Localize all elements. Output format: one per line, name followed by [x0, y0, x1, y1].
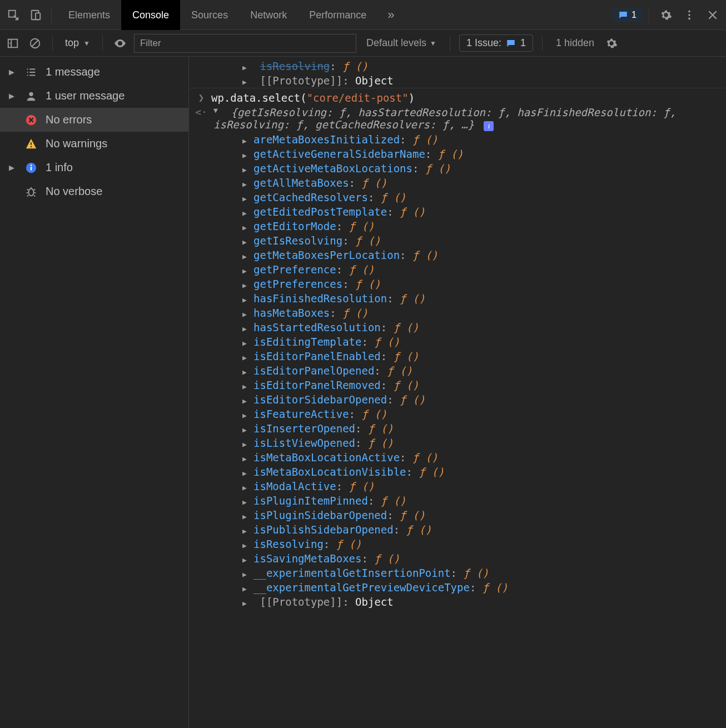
object-property[interactable]: isResolving: ƒ () [189, 537, 726, 551]
object-property[interactable]: isPluginSidebarOpened: ƒ () [189, 508, 726, 522]
expand-icon[interactable] [242, 252, 249, 261]
object-property[interactable]: getAllMetaBoxes: ƒ () [189, 176, 726, 190]
object-property[interactable]: isInserterOpened: ƒ () [189, 421, 726, 436]
object-property[interactable]: getIsResolving: ƒ () [189, 233, 726, 248]
gear-icon[interactable] [603, 35, 620, 52]
expand-icon[interactable] [242, 238, 249, 246]
object-property[interactable]: isEditorPanelOpened: ƒ () [189, 363, 726, 378]
object-property[interactable]: getActiveMetaBoxLocations: ƒ () [189, 161, 726, 176]
object-property[interactable]: hasFinishedResolution: ƒ () [189, 291, 726, 306]
expand-icon[interactable] [242, 397, 249, 405]
expand-icon[interactable] [242, 180, 249, 188]
console-command[interactable]: ❯ wp.data.select("core/edit-post") [189, 88, 726, 105]
expand-icon[interactable] [242, 541, 249, 550]
clear-console-icon[interactable] [27, 35, 43, 52]
object-property[interactable]: getPreferences: ƒ () [189, 277, 726, 291]
sidebar-item-info[interactable]: ▶1 info [0, 156, 188, 179]
device-toolbar-icon[interactable] [26, 5, 46, 25]
tab-sources[interactable]: Sources [180, 0, 239, 30]
object-property[interactable]: areMetaBoxesInitialized: ƒ () [189, 132, 726, 147]
expand-icon[interactable]: ▶ [9, 92, 17, 100]
object-property[interactable]: isPublishSidebarOpened: ƒ () [189, 522, 726, 537]
expand-icon[interactable] [242, 570, 249, 579]
expand-icon[interactable] [242, 426, 249, 434]
expand-icon[interactable]: ▶ [9, 163, 17, 172]
object-property[interactable]: getCachedResolvers: ƒ () [189, 190, 726, 205]
expand-icon[interactable] [242, 483, 249, 492]
expand-icon[interactable] [242, 78, 249, 86]
object-property[interactable]: getEditorMode: ƒ () [189, 219, 726, 233]
eye-icon[interactable] [112, 35, 128, 52]
sidebar-toggle-icon[interactable] [4, 35, 21, 52]
log-levels-selector[interactable]: Default levels ▼ [362, 37, 441, 49]
object-property[interactable]: isMetaBoxLocationVisible: ƒ () [189, 465, 726, 479]
expand-icon[interactable] [242, 599, 249, 607]
object-property[interactable]: isPluginItemPinned: ƒ () [189, 493, 726, 508]
info-badge-icon[interactable]: i [484, 121, 494, 131]
sidebar-item-list[interactable]: ▶1 message [0, 60, 188, 84]
tab-performance[interactable]: Performance [298, 0, 377, 30]
object-property[interactable]: getMetaBoxesPerLocation: ƒ () [189, 248, 726, 262]
expand-icon[interactable] [242, 382, 249, 391]
expand-icon[interactable] [242, 325, 249, 333]
close-icon[interactable] [703, 5, 723, 25]
expand-icon[interactable] [242, 527, 249, 535]
expand-icon[interactable] [242, 469, 249, 477]
expand-icon[interactable] [242, 512, 249, 521]
context-selector[interactable]: top ▼ [62, 36, 93, 50]
expand-icon[interactable] [242, 368, 249, 376]
object-property[interactable]: getEditedPostTemplate: ƒ () [189, 205, 726, 219]
expand-icon[interactable] [242, 498, 249, 506]
object-property[interactable]: getPreference: ƒ () [189, 262, 726, 277]
object-property[interactable]: isListViewOpened: ƒ () [189, 436, 726, 450]
inspect-icon[interactable] [3, 5, 23, 25]
collapse-icon[interactable] [213, 106, 220, 114]
sidebar-item-user[interactable]: ▶1 user message [0, 84, 188, 108]
console-result[interactable]: <· {getIsResolving: ƒ, hasStartedResolut… [189, 105, 726, 132]
object-property[interactable]: isMetaBoxLocationActive: ƒ () [189, 450, 726, 465]
expand-icon[interactable] [242, 296, 249, 304]
object-property[interactable]: isSavingMetaBoxes: ƒ () [189, 551, 726, 566]
object-property[interactable]: hasStartedResolution: ƒ () [189, 320, 726, 335]
object-property[interactable]: isEditorPanelRemoved: ƒ () [189, 378, 726, 392]
expand-icon[interactable] [242, 195, 249, 203]
expand-icon[interactable] [242, 267, 249, 275]
object-property[interactable]: __experimentalGetInsertionPoint: ƒ () [189, 566, 726, 580]
kebab-menu-icon[interactable] [679, 5, 699, 25]
filter-input[interactable] [134, 34, 356, 53]
issues-button[interactable]: 1 Issue: 1 [459, 34, 533, 52]
expand-icon[interactable] [242, 353, 249, 362]
gear-icon[interactable] [656, 5, 676, 25]
expand-icon[interactable]: ▶ [9, 68, 17, 76]
more-tabs[interactable]: » [380, 0, 402, 30]
object-property[interactable]: getActiveGeneralSidebarName: ƒ () [189, 147, 726, 161]
object-property[interactable]: isEditingTemplate: ƒ () [189, 335, 726, 349]
tab-console[interactable]: Console [121, 0, 180, 30]
expand-icon[interactable] [242, 556, 249, 564]
issues-chat-badge[interactable]: 1 [613, 8, 642, 22]
sidebar-item-error[interactable]: No errors [0, 108, 188, 132]
object-property[interactable]: isEditorPanelEnabled: ƒ () [189, 349, 726, 363]
expand-icon[interactable] [242, 339, 249, 347]
object-property[interactable]: isFeatureActive: ƒ () [189, 407, 726, 421]
sidebar-item-warning[interactable]: No warnings [0, 132, 188, 156]
tab-elements[interactable]: Elements [57, 0, 121, 30]
object-property[interactable]: __experimentalGetPreviewDeviceType: ƒ () [189, 580, 726, 595]
expand-icon[interactable] [242, 223, 249, 232]
expand-icon[interactable] [242, 63, 249, 72]
object-property[interactable]: hasMetaBoxes: ƒ () [189, 306, 726, 320]
tab-network[interactable]: Network [239, 0, 298, 30]
expand-icon[interactable] [242, 137, 249, 145]
expand-icon[interactable] [242, 455, 249, 463]
expand-icon[interactable] [242, 585, 249, 593]
sidebar-item-bug[interactable]: No verbose [0, 179, 188, 203]
expand-icon[interactable] [242, 310, 249, 318]
expand-icon[interactable] [242, 166, 249, 174]
expand-icon[interactable] [242, 440, 249, 448]
object-property[interactable]: isEditorSidebarOpened: ƒ () [189, 392, 726, 407]
expand-icon[interactable] [242, 209, 249, 217]
expand-icon[interactable] [242, 151, 249, 159]
expand-icon[interactable] [242, 281, 249, 290]
expand-icon[interactable] [242, 411, 249, 420]
object-property[interactable]: isModalActive: ƒ () [189, 479, 726, 493]
